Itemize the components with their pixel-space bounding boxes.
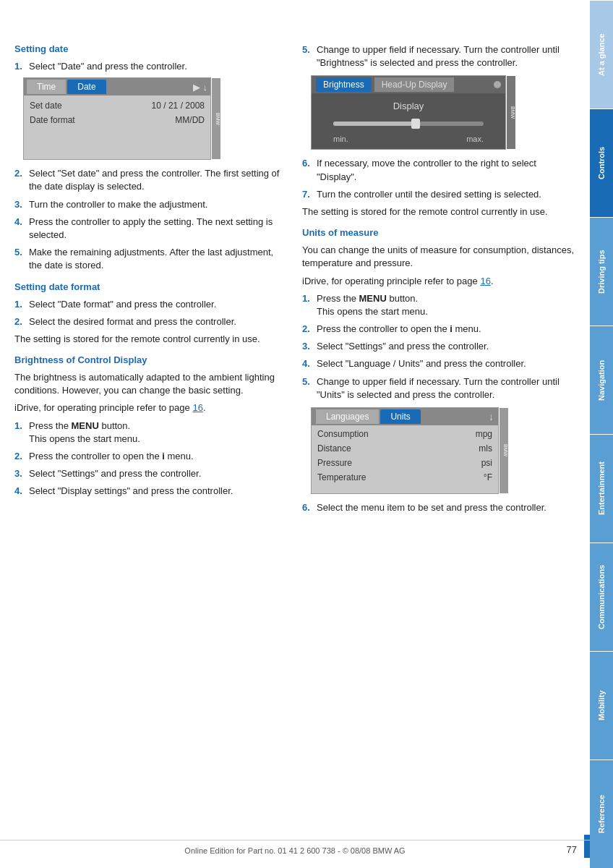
units-steps: 1.Press the MENU button.This opens the s… [302, 292, 575, 401]
sidebar-tab-entertainment[interactable]: Entertainment [590, 434, 613, 542]
head-up-tab: Head-Up Display [374, 77, 455, 92]
right-column: 5.Change to upper field if necessary. Tu… [302, 43, 575, 519]
list-item: 1.Press the MENU button.This opens the s… [14, 420, 288, 446]
consumption-row: Consumption mpg [312, 427, 498, 441]
sidebar-tab-navigation[interactable]: Navigation [590, 326, 613, 434]
brightness-stored-note: The setting is stored for the remote con… [302, 205, 575, 218]
list-item: 2.Select the desired format and press th… [14, 315, 288, 328]
date-ss-header: Time Date ▶ ↓ [24, 78, 210, 95]
settings-dot [494, 81, 501, 88]
date-ss-body: Set date 10 / 21 / 2008 Date format MM/D… [24, 95, 210, 159]
date-screenshot: Time Date ▶ ↓ Set date 10 / 21 / 2008 Da… [23, 77, 211, 160]
min-label: min. [333, 135, 348, 143]
brightness-right-steps: 5.Change to upper field if necessary. Tu… [302, 43, 575, 69]
list-item: 6.If necessary, move the controller to t… [302, 157, 575, 183]
list-item: 1.Select "Date" and press the controller… [14, 60, 288, 73]
units-step6: 6.Select the menu item to be set and pre… [302, 501, 575, 514]
setting-date-steps-2: 2.Select "Set date" and press the contro… [14, 167, 288, 272]
units-down-icon: ↓ [489, 411, 494, 422]
units-intro: You can change the units of measure for … [302, 244, 575, 270]
languages-tab: Languages [316, 409, 379, 424]
footer: Online Edition for Part no. 01 41 2 600 … [0, 840, 590, 855]
main-content: Setting date 1.Select "Date" and press t… [0, 0, 590, 868]
units-ss-body: Consumption mpg Distance mls Pressure ps… [312, 425, 498, 493]
list-item: 3.Select "Settings" and press the contro… [14, 467, 288, 480]
brightness-ss-header: Brightness Head-Up Display [312, 76, 505, 93]
sidebar-tab-mobility[interactable]: Mobility [590, 651, 613, 760]
brightness-screenshot: Brightness Head-Up Display Display min. [311, 75, 506, 150]
units-ss-header: Languages Units ↓ [312, 408, 498, 425]
left-column: Setting date 1.Select "Date" and press t… [14, 43, 288, 519]
list-item: 3.Select "Settings" and press the contro… [302, 340, 575, 353]
setting-date-steps: 1.Select "Date" and press the controller… [14, 60, 288, 73]
list-item: 4.Press the controller to apply the sett… [14, 216, 288, 242]
date-format-row: Date format MM/DD [24, 113, 210, 127]
empty-space [24, 127, 210, 156]
sidebar-tab-at-a-glance[interactable]: At a glance [590, 0, 613, 109]
display-label: Display [326, 101, 491, 111]
list-item: 4.Select "Language / Units" and press th… [302, 357, 575, 370]
list-item: 5.Change to upper field if necessary. Tu… [302, 43, 575, 69]
setting-date-format-section: Setting date format 1.Select "Date forma… [14, 281, 288, 346]
brightness-title: Brightness of Control Display [14, 354, 288, 365]
brightness-side-bar: BMW [507, 76, 515, 149]
list-item: 2.Press the controller to open the i men… [14, 450, 288, 463]
list-item: 1.Press the MENU button.This opens the s… [302, 292, 575, 318]
brightness-section: Brightness of Control Display The bright… [14, 354, 288, 498]
setting-date-format-title: Setting date format [14, 281, 288, 292]
list-item: 6.Select the menu item to be set and pre… [302, 501, 575, 514]
brightness-intro: The brightness is automatically adapted … [14, 371, 288, 397]
sidebar-tab-communications[interactable]: Communications [590, 542, 613, 651]
header-icons: ▶ ↓ [193, 82, 207, 93]
brightness-slider [326, 122, 491, 126]
sidebar-tab-reference[interactable]: Reference [590, 760, 613, 868]
units-idrive-ref: iDrive, for operating principle refer to… [302, 275, 575, 288]
brightness-ss-body: Display min. max. [312, 93, 505, 149]
distance-row: Distance mls [312, 441, 498, 456]
list-item: 2.Select "Set date" and press the contro… [14, 167, 288, 193]
list-item: 7.Turn the controller until the desired … [302, 188, 575, 201]
list-item: 2.Press the controller to open the i men… [302, 323, 575, 336]
brightness-steps: 1.Press the MENU button.This opens the s… [14, 420, 288, 498]
date-format-note: The setting is stored for the remote con… [14, 333, 288, 346]
list-item: 4.Select "Display settings" and press th… [14, 485, 288, 498]
sidebar-tab-driving-tips[interactable]: Driving tips [590, 217, 613, 326]
brightness-page-link[interactable]: 16 [192, 402, 202, 413]
slider-fill [333, 122, 416, 126]
brightness-steps-cont: 6.If necessary, move the controller to t… [302, 157, 575, 201]
setting-date-title: Setting date [14, 43, 288, 54]
brightness-tab-active: Brightness [316, 77, 372, 92]
list-item: 3.Turn the controller to make the adjust… [14, 198, 288, 211]
units-section: Units of measure You can change the unit… [302, 227, 575, 401]
list-item: 5.Make the remaining adjustments. After … [14, 246, 288, 272]
time-tab: Time [27, 80, 66, 94]
max-label: max. [466, 135, 484, 143]
date-tab-active: Date [67, 80, 106, 94]
slider-track [333, 122, 484, 126]
brightness-idrive-ref: iDrive, for operating principle refer to… [14, 401, 288, 414]
list-item: 1.Select "Date format" and press the con… [14, 298, 288, 311]
units-screenshot: Languages Units ↓ Consumption mpg Distan… [311, 407, 499, 494]
sidebar: At a glance Controls Driving tips Naviga… [590, 0, 613, 868]
units-tab-active: Units [380, 409, 420, 424]
units-title: Units of measure [302, 227, 575, 238]
temperature-row: Temperature °F [312, 470, 498, 485]
units-side-bar: BMW [500, 408, 508, 493]
sidebar-tab-controls[interactable]: Controls [590, 109, 613, 217]
date-format-steps: 1.Select "Date format" and press the con… [14, 298, 288, 328]
pressure-row: Pressure psi [312, 456, 498, 470]
brightness-labels: min. max. [326, 135, 491, 143]
list-item: 5.Change to upper field if necessary. Tu… [302, 375, 575, 401]
slider-thumb [411, 119, 420, 129]
screenshot-side-bar: BMW [212, 78, 220, 159]
set-date-row: Set date 10 / 21 / 2008 [24, 98, 210, 113]
units-page-link[interactable]: 16 [480, 276, 490, 286]
